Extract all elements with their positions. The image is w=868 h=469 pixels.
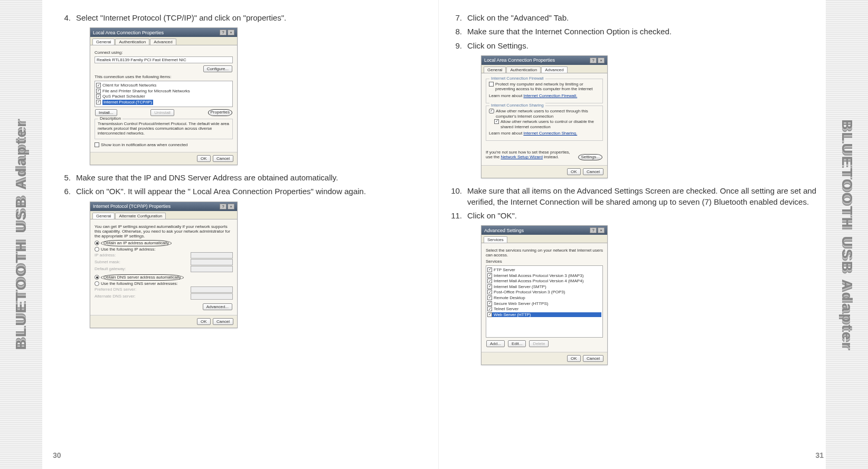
cancel-button[interactable]: Cancel: [213, 155, 233, 162]
service-item: Post-Office Protocol Version 3 (POP3): [494, 290, 565, 295]
spine-text: BLUETOOTH USB Adapter: [838, 119, 855, 350]
step-number: 9.: [449, 41, 462, 51]
ics-link[interactable]: Internet Connection Sharing.: [523, 131, 577, 136]
checkbox-icon[interactable]: [487, 290, 492, 294]
tab-bar: General Alternate Configuration: [90, 211, 237, 219]
gateway-input: [191, 266, 233, 272]
help-icon[interactable]: ?: [220, 204, 227, 209]
edit-button[interactable]: Edit...: [508, 340, 526, 347]
checkbox-icon[interactable]: [96, 89, 101, 93]
step-5: 5. Make sure that the IP and DNS Server …: [58, 173, 428, 183]
help-icon[interactable]: ?: [220, 30, 227, 35]
checkbox-icon[interactable]: [487, 301, 492, 306]
ip-label: IP address:: [95, 253, 116, 257]
radio-icon[interactable]: [95, 241, 99, 245]
alt-dns-label: Alternate DNS server:: [95, 294, 136, 299]
tab-advanced[interactable]: Advanced: [150, 39, 176, 45]
window-title: Local Area Connection Properties: [484, 58, 555, 63]
help-icon[interactable]: ?: [590, 58, 597, 63]
subnet-label: Subnet mask:: [95, 260, 120, 264]
configure-button[interactable]: Configure...: [203, 65, 232, 72]
checkbox-icon[interactable]: [489, 109, 494, 113]
tab-general[interactable]: General: [92, 213, 115, 219]
service-item: FTP Server: [494, 267, 515, 273]
checkbox-icon[interactable]: [489, 82, 494, 87]
ok-button[interactable]: OK: [197, 318, 211, 325]
tab-authentication[interactable]: Authentication: [506, 66, 541, 73]
uninstall-button[interactable]: Uninstall: [150, 109, 174, 116]
screenshot-tcpip: Internet Protocol (TCP/IP) Properties ?×…: [90, 202, 238, 328]
help-icon[interactable]: ?: [590, 227, 597, 233]
tab-alternate[interactable]: Alternate Configuration: [115, 213, 166, 219]
radio-icon[interactable]: [95, 275, 99, 280]
checkbox-icon[interactable]: [494, 119, 499, 124]
ok-button[interactable]: OK: [197, 155, 211, 162]
checkbox-icon[interactable]: [95, 142, 99, 147]
show-icon-label: Show icon in notification area when conn…: [101, 142, 188, 148]
hint-link[interactable]: Network Setup Wizard: [501, 155, 543, 159]
step-text: Click on "OK". It will appear the " Loca…: [76, 186, 428, 197]
page-left: 4. Select "Internet Protocol (TCP/IP)" a…: [48, 0, 438, 469]
step-number: 8.: [449, 26, 462, 37]
tab-advanced[interactable]: Advanced: [541, 66, 568, 73]
spine-left: BLUETOOTH USB Adapter: [0, 0, 42, 469]
cancel-button[interactable]: Cancel: [213, 318, 233, 325]
service-item: Internet Mail Access Protocol Version 3 …: [494, 273, 583, 279]
close-icon[interactable]: ×: [228, 204, 234, 209]
checkbox-icon[interactable]: [487, 284, 492, 289]
group-title: Internet Connection Sharing: [489, 103, 545, 108]
ok-button[interactable]: OK: [567, 168, 581, 175]
checkbox-icon[interactable]: [96, 100, 101, 104]
close-icon[interactable]: ×: [598, 58, 605, 63]
item-label: File and Printer Sharing for Microsoft N…: [102, 89, 190, 94]
cancel-button[interactable]: Cancel: [583, 168, 603, 175]
screenshot-lacp: Local Area Connection Properties ?× Gene…: [90, 27, 238, 165]
service-item: Telnet Server: [494, 307, 518, 312]
close-icon[interactable]: ×: [598, 227, 605, 233]
step-text: Click on the "Advanced" Tab.: [467, 13, 818, 23]
dialog-panel: You can get IP settings assigned automat…: [90, 219, 237, 315]
radio-icon[interactable]: [95, 247, 99, 252]
service-item: Remote Desktop: [494, 295, 525, 301]
checkbox-icon[interactable]: [96, 83, 101, 88]
button-row: OK Cancel: [482, 352, 607, 365]
settings-button[interactable]: Settings...: [578, 154, 602, 160]
button-row: OK Cancel: [90, 152, 237, 165]
checkbox-icon[interactable]: [487, 279, 492, 283]
ok-button[interactable]: OK: [567, 355, 581, 362]
advanced-button[interactable]: Advanced...: [203, 303, 232, 310]
step-10: 10. Make sure that all items on the Adva…: [449, 186, 818, 207]
checkbox-icon[interactable]: [487, 273, 492, 278]
close-icon[interactable]: ×: [228, 30, 234, 35]
connect-using-field[interactable]: Realtek RTL8139 Family PCI Fast Ethernet…: [95, 56, 233, 63]
checkbox-icon[interactable]: [96, 94, 101, 99]
description-group: Description Transmission Control Protoco…: [95, 119, 233, 139]
add-button[interactable]: Add...: [486, 340, 505, 347]
checkbox-icon[interactable]: [487, 312, 492, 317]
item-label: Client for Microsoft Networks: [102, 83, 156, 88]
cancel-button[interactable]: Cancel: [583, 355, 603, 362]
properties-button[interactable]: Properties: [208, 109, 232, 116]
window-title: Advanced Settings: [484, 228, 524, 233]
install-button[interactable]: Install...: [95, 109, 117, 116]
checkbox-icon[interactable]: [487, 295, 492, 300]
delete-button[interactable]: Delete: [529, 340, 549, 347]
learn-label: Learn more about: [489, 131, 523, 136]
dialog-panel: Select the services running on your netw…: [482, 243, 607, 352]
group-title: Internet Connection Firewall: [489, 76, 545, 81]
tab-general[interactable]: General: [484, 66, 506, 73]
tab-services[interactable]: Services: [484, 236, 507, 243]
spine-text: BLUETOOTH USB Adapter: [13, 119, 30, 350]
tab-authentication[interactable]: Authentication: [115, 39, 149, 45]
step-9: 9. Click on Settings.: [449, 41, 818, 51]
checkbox-icon[interactable]: [487, 267, 492, 272]
checkbox-icon[interactable]: [487, 307, 492, 311]
step-11: 11. Click on "OK".: [449, 210, 818, 221]
radio-icon[interactable]: [95, 281, 99, 286]
items-listbox[interactable]: Client for Microsoft Networks File and P…: [95, 81, 233, 107]
tab-general[interactable]: General: [92, 39, 115, 45]
step-text: Click on Settings.: [467, 41, 818, 51]
services-listbox[interactable]: FTP Server Internet Mail Access Protocol…: [486, 265, 603, 338]
icf-chk-label: Protect my computer and network by limit…: [495, 82, 600, 92]
icf-link[interactable]: Internet Connection Firewall.: [523, 93, 577, 98]
